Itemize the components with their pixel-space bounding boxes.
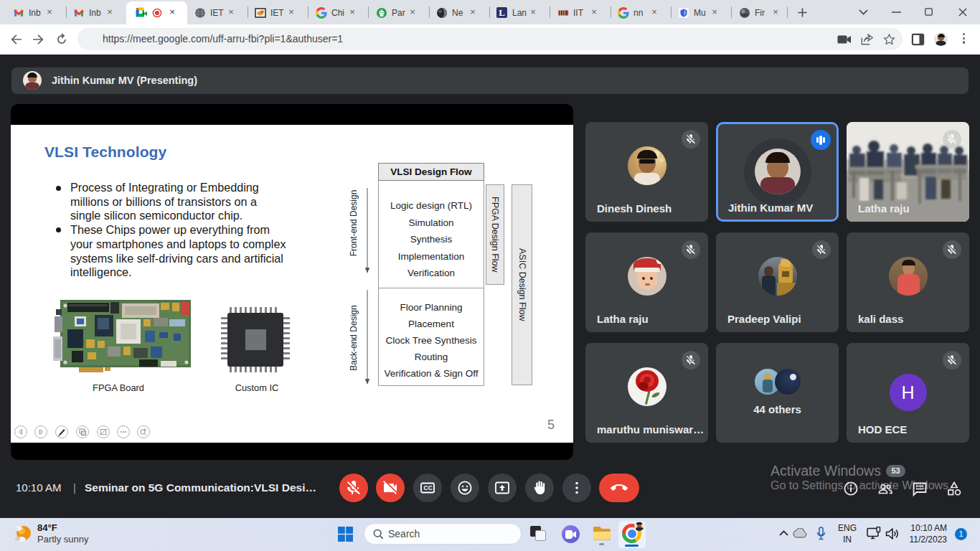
svg-text:CC: CC: [424, 484, 433, 491]
